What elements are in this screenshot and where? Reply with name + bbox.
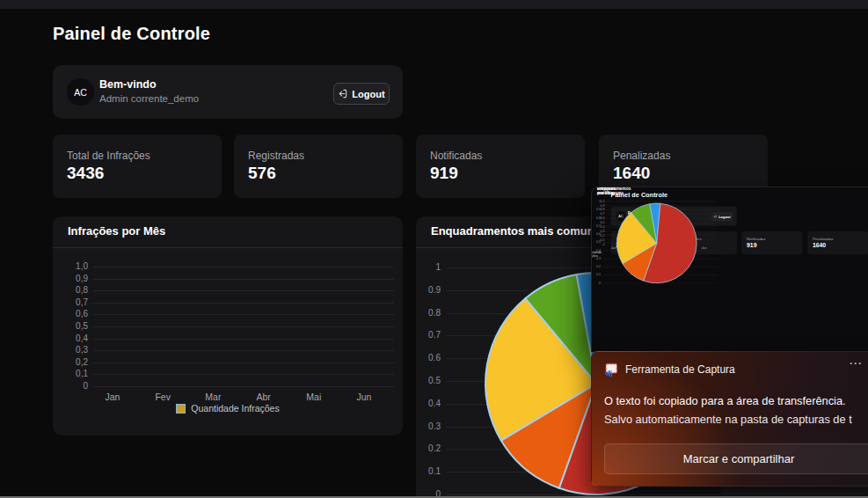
y-tick-label: 0.1 <box>416 466 441 477</box>
snipping-tool-icon <box>604 363 618 377</box>
window-chrome-edge <box>0 0 868 9</box>
x-tick-label: Jan <box>95 392 130 402</box>
y-tick-label: 0.7 <box>416 330 441 341</box>
stat-value: 1640 <box>813 242 826 249</box>
toast-message-line2: Salvo automaticamente na pasta de captur… <box>604 413 852 426</box>
screenshot-preview-thumbnail[interactable]: Painel de Controle AC Bem-vindo Admin co… <box>591 187 868 352</box>
y-tick-label: 0,8 <box>53 285 88 296</box>
logout-icon <box>338 89 347 99</box>
stat-card-notificadas: Notificadas 919 <box>741 231 802 254</box>
legend-label: Quantidade Infrações <box>191 403 279 414</box>
gridline <box>93 303 394 304</box>
chart-title: Enquadramentos mais comuns <box>597 187 631 195</box>
y-tick-label: 0,4 <box>53 333 88 344</box>
stat-value: 919 <box>430 164 458 183</box>
y-tick-label: 0,9 <box>53 274 88 284</box>
toast-app-name: Ferramenta de Captura <box>625 363 735 376</box>
y-tick-label: 0.8 <box>592 216 601 219</box>
y-tick-label: 0.4 <box>416 399 441 409</box>
logout-button[interactable]: Logout <box>333 83 390 105</box>
y-tick-label: 0 <box>592 282 601 285</box>
screenshot-preview-content: Painel de Controle AC Bem-vindo Admin co… <box>592 187 868 352</box>
x-tick-label: Abr <box>246 392 281 402</box>
gridline <box>93 363 394 363</box>
stat-card-penalizadas: Penalizadas 1640 <box>807 231 868 254</box>
y-tick-label: 0.9 <box>416 285 441 296</box>
y-tick-label: 0.1 <box>592 273 601 276</box>
y-tick-label: 1,0 <box>53 261 88 272</box>
y-tick-label: 0,2 <box>53 357 88 368</box>
y-tick-label: 0,3 <box>53 345 88 355</box>
stat-value: 3436 <box>67 164 104 183</box>
toast-menu-button[interactable]: ⋯ <box>849 355 864 371</box>
welcome-greeting: Bem-vindo <box>99 78 157 91</box>
gridline <box>93 339 394 340</box>
snipping-tool-notification[interactable]: Ferramenta de Captura ⋯ O texto foi copi… <box>591 351 868 487</box>
stat-label: Total de Infrações <box>67 150 150 162</box>
y-tick-label: 0.8 <box>416 308 441 319</box>
logout-button: Logout <box>711 213 732 221</box>
gridline <box>93 267 394 267</box>
pie-chart <box>616 202 698 285</box>
chart-card-infracoes-por-mes: Infrações por Mês 1,00,90,80,70,60,50,40… <box>53 216 403 436</box>
y-tick-label: 0.3 <box>416 421 441 432</box>
gridline <box>93 374 394 375</box>
x-tick-label: Mar <box>195 392 230 402</box>
y-tick-label: 0.5 <box>592 240 601 244</box>
x-tick-label: Jun <box>346 392 382 402</box>
legend-swatch <box>176 404 186 414</box>
stat-value: 919 <box>747 242 756 249</box>
logout-label: Logout <box>352 89 384 99</box>
mark-and-share-button[interactable]: Marcar e compartilhar <box>604 443 868 474</box>
gridline <box>93 314 394 315</box>
y-tick-label: 0.2 <box>592 265 601 268</box>
gridline <box>93 386 394 387</box>
gridline <box>93 350 394 351</box>
y-tick-label: 0.6 <box>416 353 441 363</box>
x-tick-label: Mai <box>296 392 332 402</box>
y-tick-label: 0,1 <box>53 369 88 379</box>
y-tick-label: 0.5 <box>416 376 441 386</box>
stat-card-total-infracoes: Total de Infrações 3436 <box>53 135 222 198</box>
stat-label: Penalizadas <box>613 150 670 162</box>
gridline <box>93 290 394 291</box>
stat-label: Notificadas <box>747 237 765 241</box>
x-tick-label: Jun <box>697 246 710 250</box>
screen: Painel de Controle AC Bem-vindo Admin co… <box>0 0 868 498</box>
page-title: Painel de Controle <box>53 24 210 44</box>
y-tick-label: 0 <box>53 381 88 392</box>
welcome-subtitle: Admin corrente_demo <box>99 93 199 104</box>
gridline <box>93 279 394 280</box>
avatar: AC <box>67 78 94 106</box>
y-tick-label: 0,7 <box>53 297 88 308</box>
y-tick-label: 1 <box>592 200 601 203</box>
toast-header: Ferramenta de Captura <box>604 362 735 377</box>
y-tick-label: 0,5 <box>53 321 88 332</box>
y-tick-label: 0.3 <box>592 257 601 260</box>
stat-label: Notificadas <box>430 150 482 162</box>
stat-card-registradas: Registradas 576 <box>234 135 403 198</box>
y-tick-label: 0,9 <box>592 203 604 207</box>
stat-value: 576 <box>248 164 276 183</box>
y-tick-label: 0.2 <box>416 443 441 454</box>
y-tick-label: 0.6 <box>592 232 601 236</box>
logout-label: Logout <box>718 215 730 218</box>
welcome-card: AC Bem-vindo Admin corrente_demo Logout <box>53 65 403 119</box>
y-tick-label: 0,6 <box>53 309 88 319</box>
stat-value: 1640 <box>613 164 650 183</box>
stat-card-notificadas: Notificadas 919 <box>416 135 585 198</box>
y-tick-label: 0.9 <box>592 208 601 211</box>
y-tick-label: 0.7 <box>592 224 601 228</box>
stat-label: Penalizadas <box>813 237 834 241</box>
y-tick-label: 0.4 <box>592 248 601 252</box>
chart-legend: Quantidade Infrações <box>53 403 403 414</box>
stat-label: Registradas <box>248 150 304 162</box>
toast-message-line1: O texto foi copiado para a área de trans… <box>604 394 846 407</box>
x-tick-label: Fev <box>145 392 180 402</box>
gridline <box>93 326 394 327</box>
y-tick-label: 1 <box>416 262 441 273</box>
